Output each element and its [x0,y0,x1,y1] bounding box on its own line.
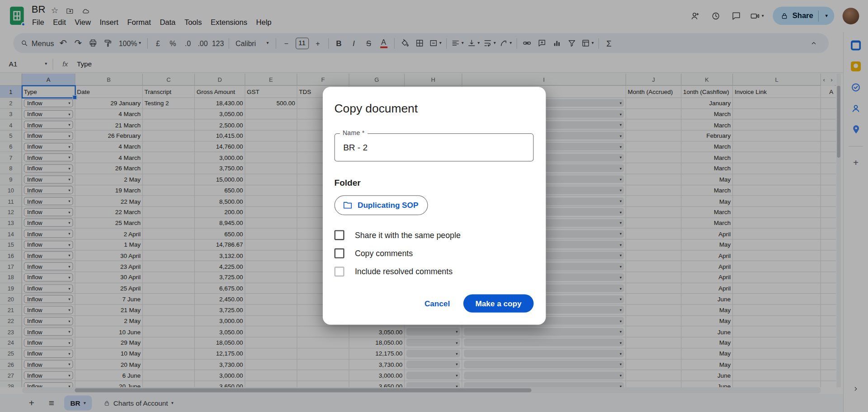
folder-heading: Folder [335,178,534,188]
include-resolved-comments-checkbox[interactable] [335,267,344,276]
make-a-copy-button[interactable]: Make a copy [463,294,534,312]
checkbox-row: Include resolved comments [335,267,534,276]
copy-comments-checkbox[interactable] [335,248,344,258]
name-field-label: Name * [340,130,368,136]
folder-picker-button[interactable]: Duplicating SOP [335,195,428,215]
checkbox-label: Share it with the same people [355,231,461,240]
checkbox-label: Copy comments [355,249,413,258]
checkbox-label: Include resolved comments [355,267,453,276]
cancel-button[interactable]: Cancel [415,295,458,312]
dialog-title: Copy document [335,101,534,116]
google-sheets-app: BR ☆ FileEditViewInsertFormatDataToolsEx… [0,0,868,412]
dialog-actions: Cancel Make a copy [335,294,534,312]
copy-document-dialog: Copy document Name * Folder Duplicating … [323,87,546,325]
share-same-people-checkbox[interactable] [335,230,344,240]
name-input[interactable] [343,142,525,152]
folder-name: Duplicating SOP [358,201,418,210]
folder-icon [343,200,353,210]
name-field[interactable]: Name * [335,133,534,161]
checkbox-row: Share it with the same people [335,230,534,240]
checkbox-row: Copy comments [335,248,534,258]
